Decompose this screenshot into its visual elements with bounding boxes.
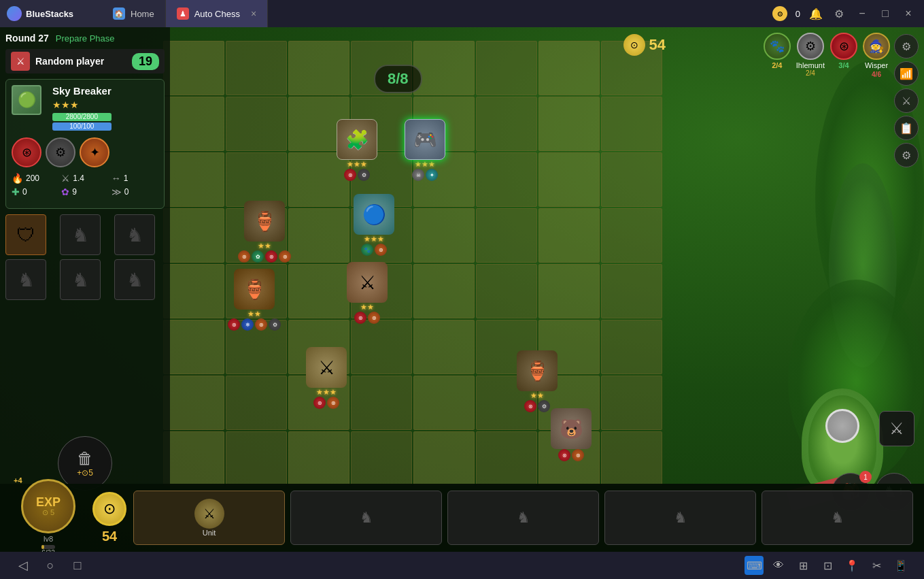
player-name: Random player (35, 56, 104, 67)
cell-6-5[interactable] (413, 320, 475, 374)
cell-1-6[interactable] (476, 41, 537, 95)
cell-2-2[interactable] (226, 97, 287, 151)
sword-settings-btn[interactable]: ⚔ (894, 88, 919, 113)
shop-slot-3[interactable]: ♞ (447, 491, 599, 545)
cell-2-7[interactable] (538, 97, 600, 151)
mobile-btn[interactable]: 📱 (891, 556, 910, 575)
cell-7-2[interactable] (226, 376, 287, 430)
tab-auto-chess[interactable]: ♟ Auto Chess × (166, 0, 268, 27)
cell-7-1[interactable] (163, 376, 224, 430)
back-btn[interactable]: ◁ (14, 556, 33, 575)
screenshot-btn[interactable]: ✂ (867, 556, 886, 575)
cell-8-2[interactable] (226, 431, 287, 486)
cell-4-6[interactable] (476, 208, 537, 263)
cell-8-8[interactable] (601, 431, 662, 486)
recents-btn[interactable]: □ (68, 556, 87, 575)
cell-5-7[interactable] (538, 264, 600, 318)
cell-1-5[interactable] (413, 41, 475, 95)
item-slot-4[interactable]: ♞ (5, 259, 46, 300)
piece-row2-col5[interactable]: 🎮 ★★★ ☠ ✦ (405, 119, 445, 181)
cell-1-7[interactable] (538, 41, 600, 95)
cell-5-8[interactable] (601, 264, 662, 318)
cell-6-4[interactable] (351, 320, 412, 374)
cell-6-8[interactable] (601, 320, 662, 374)
tab-home[interactable]: 🏠 Home (102, 0, 166, 27)
ability-icon-1[interactable]: ⊛ (12, 137, 41, 167)
top-status-bar: ⊙ 54 (623, 34, 666, 56)
cell-3-8[interactable] (601, 152, 662, 207)
cell-3-6[interactable] (476, 152, 537, 207)
item-slot-3[interactable]: ♞ (114, 214, 155, 255)
exp-block[interactable]: +4 EXP ⊙ 5 lv8 6/32 (11, 479, 86, 557)
piece-bear[interactable]: 🐻 ⊛ ⊛ (551, 408, 592, 461)
minimize-btn[interactable]: − (855, 6, 870, 21)
lock-board-btn[interactable]: ⚔ (879, 411, 914, 446)
item-slot-6[interactable]: ♞ (114, 259, 155, 300)
cell-7-8[interactable] (601, 376, 662, 430)
settings-btn[interactable]: ⚙ (832, 6, 846, 21)
cell-1-2[interactable] (226, 41, 287, 95)
cell-5-1[interactable] (163, 264, 224, 318)
shop-slot-4[interactable]: ♞ (604, 491, 756, 545)
signal-btn[interactable]: 📶 (894, 61, 919, 86)
shop-slot-1[interactable]: ⚔ Unit (133, 491, 285, 545)
cell-3-1[interactable] (163, 152, 224, 207)
item-slot-5[interactable]: ♞ (60, 259, 101, 300)
right-toolbar: ⚙ 📶 ⚔ 📋 ⚙ (894, 34, 919, 167)
cell-2-1[interactable] (163, 97, 224, 151)
cell-1-3[interactable] (288, 41, 349, 95)
cell-2-6[interactable] (476, 97, 537, 151)
piece-row4-col2[interactable]: 🏺 ★★ ⊛ ❄ ⊛ ⚙ (228, 269, 281, 331)
settings-game-btn[interactable]: ⚙ (894, 34, 919, 59)
shop-slot-5[interactable]: ♞ (762, 491, 913, 545)
piece-row5-col3[interactable]: ⚔ ★★★ ⊛ ⊛ (306, 347, 347, 409)
piece-row2-col4[interactable]: 🧩 ★★★ ⊛ ⚙ (337, 119, 377, 181)
piece-row4-col4[interactable]: ⚔ ★★ ⊛ ⊛ (347, 262, 388, 324)
range-val: 1 (124, 173, 129, 183)
eye-btn[interactable]: 👁 (769, 556, 788, 575)
cell-1-1[interactable] (163, 41, 224, 95)
multi-instance-btn[interactable]: ⊞ (793, 556, 812, 575)
cell-8-5[interactable] (413, 431, 475, 486)
piece-row3-col4[interactable]: 🔵 ★★★ 🐾 ⊛ (354, 194, 394, 256)
cell-3-2[interactable] (226, 152, 287, 207)
synergy-icon-1: ⊛ (344, 169, 356, 181)
cell-4-8[interactable] (601, 208, 662, 263)
cell-4-5[interactable] (413, 208, 475, 263)
cell-5-3[interactable] (288, 264, 349, 318)
cell-2-8[interactable] (601, 97, 662, 151)
close-btn[interactable]: × (901, 6, 916, 21)
cell-3-7[interactable] (538, 152, 600, 207)
unit-portrait[interactable]: 🟢 (12, 85, 41, 115)
shop-slot-2[interactable]: ♞ (290, 491, 442, 545)
notification-btn[interactable]: 🔔 (808, 6, 823, 21)
book-btn[interactable]: 📋 (894, 116, 919, 140)
keyboard-btn[interactable]: ⌨ (745, 556, 764, 575)
config-btn[interactable]: ⚙ (894, 143, 919, 167)
cell-6-1[interactable] (163, 320, 224, 374)
ability-icon-2[interactable]: ⚙ (46, 137, 75, 167)
exp-circle[interactable]: EXP ⊙ 5 (21, 479, 75, 533)
cell-7-5[interactable] (413, 376, 475, 430)
cell-5-6[interactable] (476, 264, 537, 318)
macro-btn[interactable]: ⊡ (818, 556, 837, 575)
piece-row3-col2[interactable]: 🏺 ★★ ⊛ ✿ ⊛ ⊛ (238, 201, 291, 263)
shop-empty-3: ♞ (517, 509, 530, 527)
item-slot-1[interactable]: 🛡 (5, 214, 46, 255)
cell-8-3[interactable] (288, 431, 349, 486)
cell-7-4[interactable] (351, 376, 412, 430)
cell-5-5[interactable] (413, 264, 475, 318)
cell-8-1[interactable] (163, 431, 224, 486)
cell-4-7[interactable] (538, 208, 600, 263)
ability-icon-3[interactable]: ✦ (80, 137, 109, 167)
cell-8-6[interactable] (476, 431, 537, 486)
cell-4-3[interactable] (288, 208, 349, 263)
maximize-btn[interactable]: □ (878, 6, 893, 21)
cell-8-4[interactable] (351, 431, 412, 486)
tab-close-btn[interactable]: × (251, 8, 256, 19)
location-btn[interactable]: 📍 (842, 556, 861, 575)
cell-4-1[interactable] (163, 208, 224, 263)
item-slot-2[interactable]: ♞ (60, 214, 101, 255)
home-nav-btn[interactable]: ○ (41, 556, 60, 575)
piece-row5-col6[interactable]: 🏺 ★★ ⊛ ⚙ (517, 350, 558, 412)
